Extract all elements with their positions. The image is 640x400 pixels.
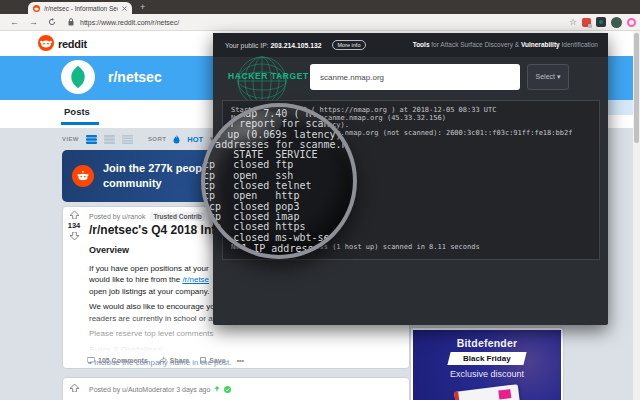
sort-label: SORT [148,136,166,142]
post-card-2[interactable]: Posted by u/AutoModerator 3 days ago [62,377,410,400]
ad-black-friday-banner: Black Friday [447,352,526,365]
comments-button[interactable]: 105 Comments [87,357,148,364]
share-label: Share [170,357,189,364]
post-meta[interactable]: Posted by u/ranok [89,213,145,220]
author-badge: Trusted Contrib [150,212,204,221]
upvote-icon[interactable] [70,384,79,392]
padlock-icon[interactable] [68,18,74,26]
loupe-magnified-output: Starting Nmap 7.40 ( https://nmap.org ) … [201,109,357,243]
more-info-button[interactable]: More info [332,40,367,50]
reddit-logo-icon[interactable] [38,35,54,51]
posts-tab-underline [61,122,99,125]
bitdefender-ad[interactable]: Bitdefender Black Friday Exclusive disco… [413,330,561,400]
comment-icon [87,357,95,364]
public-ip-value: 203.214.105.132 [270,42,321,49]
compact-view-icon[interactable] [122,135,133,144]
extension-icon-red[interactable] [582,18,591,27]
hot-flame-icon [173,135,180,144]
public-ip-text: Your public IP: 203.214.105.132 [225,42,322,49]
tool-select-dropdown[interactable]: Select ▾ [527,64,569,90]
sidebar-ad-card[interactable]: Bitdefender Black Friday Exclusive disco… [410,327,564,400]
browser-toolbar: ← → https://www.reddit.com/r/netsec/ ☆ [0,14,640,31]
tab-posts[interactable]: Posts [64,106,90,117]
subreddit-avatar[interactable] [61,60,95,94]
save-bookmark-icon [200,357,206,364]
url-text[interactable]: https://www.reddit.com/r/netsec/ [80,19,179,26]
share-button[interactable]: Share [159,357,189,364]
banner-art-fragment [606,100,634,115]
ad-subtitle: Exclusive discount [413,369,561,379]
reddit-wordmark[interactable]: reddit [58,38,87,50]
sort-hot-button[interactable]: HOT [187,135,203,144]
bookmark-star-icon[interactable]: ☆ [569,17,577,27]
hackertarget-brand: HACKER TARGET [228,71,309,81]
page-scrollbar-thumb[interactable] [634,33,639,143]
post-title[interactable]: /r/netsec's Q4 2018 Info [89,223,223,237]
back-icon[interactable]: ← [10,18,19,27]
pinned-icon [214,386,220,393]
reddit-favicon [33,5,40,12]
ad-brand: Bitdefender [413,337,561,349]
view-label: VIEW [62,136,79,142]
card-view-icon[interactable] [86,135,97,144]
save-label: Save [209,357,225,364]
post-body-link[interactable]: /r/netse [182,275,209,284]
promo-text-line1: Join the 277k people [103,161,211,176]
profile-avatar[interactable] [611,17,622,28]
tab-close-icon[interactable] [122,6,127,11]
post2-meta[interactable]: Posted by u/AutoModerator 3 days ago [89,386,210,393]
browser-tab[interactable]: /r/netsec - Information Sec [28,2,132,14]
tab-title: /r/netsec - Information Sec [44,5,118,12]
browser-tab-bar: /r/netsec - Information Sec + [0,0,640,14]
snoo-icon [72,165,94,187]
extension-icon-pink[interactable] [627,18,636,27]
classic-view-icon[interactable] [104,135,115,144]
promo-text-line2: community [103,176,211,191]
downvote-icon[interactable] [70,232,79,240]
post-score: 134 [68,221,81,230]
more-options-button[interactable]: ••• [237,357,244,364]
subreddit-title: r/netsec [108,69,162,85]
magnifier-loupe: Starting Nmap 7.40 ( https://nmap.org ) … [201,103,357,259]
new-tab-button[interactable]: + [140,3,145,12]
target-search-input[interactable] [310,64,520,90]
ad-product-box-image [454,384,520,400]
save-button[interactable]: Save [200,357,225,364]
comments-label: 105 Comments [98,357,148,364]
netsec-leaf-icon [67,66,90,89]
hackertarget-extension-icon[interactable] [596,17,606,27]
popup-header: Your public IP: 203.214.105.132 More inf… [213,33,608,57]
reload-icon[interactable] [48,18,56,26]
forward-icon[interactable]: → [29,18,38,27]
share-icon [159,357,167,364]
post-body-text: would like to hire from the [89,275,182,284]
popup-tagline: Tools for Attack Surface Discovery & Vul… [413,41,598,48]
moderator-icon [224,386,231,393]
upvote-icon[interactable] [70,211,79,219]
